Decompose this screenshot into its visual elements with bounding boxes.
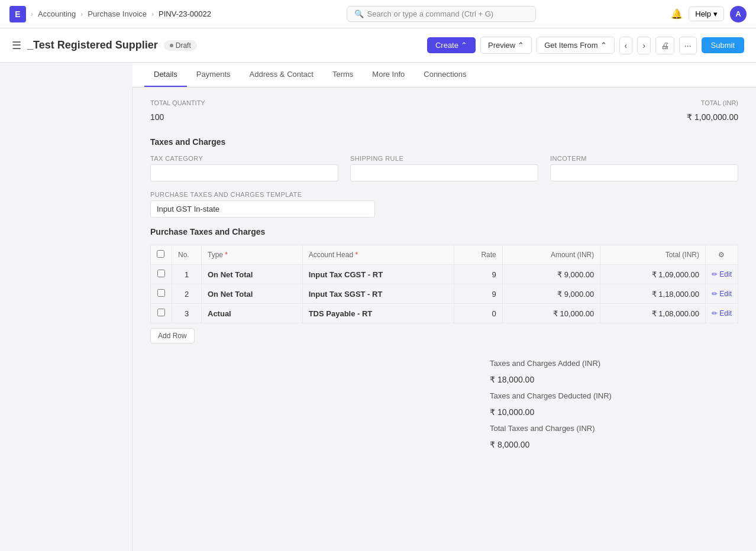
row-type-1: On Net Total (202, 265, 303, 284)
taxes-section: Taxes and Charges Tax Category Shipping … (150, 137, 738, 453)
total-quantity-box: Total Quantity 100 (150, 99, 205, 125)
taxes-deducted-value: ₹ 10,000.00 (490, 407, 534, 417)
template-input[interactable] (150, 200, 375, 218)
row-checkbox-2[interactable] (157, 289, 165, 297)
row-checkbox-1[interactable] (157, 270, 165, 277)
preview-button[interactable]: Preview ⌃ (480, 37, 532, 54)
tab-details[interactable]: Details (144, 63, 187, 87)
tab-address-contact[interactable]: Address & Contact (240, 63, 323, 87)
more-options-button[interactable]: ··· (679, 37, 697, 54)
row-amount-2: ₹ 9,000.00 (502, 284, 600, 304)
create-label: Create (435, 41, 458, 50)
breadcrumb-sep-1: › (31, 10, 33, 18)
col-no: No. (172, 245, 202, 265)
row-no-1: 1 (172, 265, 202, 284)
row-account-head-2: Input Tax SGST - RT (302, 284, 454, 304)
total-quantity-label: Total Quantity (150, 99, 205, 106)
notification-icon[interactable]: 🔔 (671, 8, 683, 20)
edit-icon-2[interactable]: ✏ Edit (712, 290, 732, 298)
taxes-deducted-value-row: ₹ 10,000.00 (490, 404, 738, 420)
hamburger-icon[interactable]: ☰ (12, 39, 21, 52)
edit-icon-1[interactable]: ✏ Edit (712, 270, 732, 278)
summary-block: Taxes and Charges Added (INR) ₹ 18,000.0… (150, 355, 738, 453)
help-button[interactable]: Help ▾ (689, 7, 724, 21)
col-type: Type * (202, 245, 303, 265)
total-taxes-label: Total Taxes and Charges (INR) (490, 424, 595, 433)
submit-button[interactable]: Submit (702, 37, 744, 53)
search-icon: 🔍 (354, 9, 364, 18)
next-button[interactable]: › (637, 37, 651, 54)
col-settings[interactable]: ⚙ (705, 245, 738, 265)
breadcrumb-sep-3: › (151, 10, 154, 18)
row-rate-1: 9 (454, 265, 502, 284)
taxes-added-value-row: ₹ 18,000.00 (490, 371, 738, 388)
breadcrumb-current: PINV-23-00022 (159, 9, 211, 18)
status-text: Draft (176, 41, 191, 50)
row-rate-3: 0 (454, 304, 502, 323)
row-type-2: On Net Total (202, 284, 303, 304)
shipping-rule-field: Shipping Rule (350, 155, 538, 181)
tax-fields-row: Tax Category Shipping Rule Incoterm (150, 155, 738, 181)
row-checkbox-3[interactable] (157, 309, 165, 316)
breadcrumb-purchase-invoice[interactable]: Purchase Invoice (88, 9, 147, 18)
row-account-head-3: TDS Payable - RT (302, 304, 454, 323)
row-total-1: ₹ 1,09,000.00 (600, 265, 706, 284)
sidebar (0, 87, 133, 551)
tab-terms[interactable]: Terms (323, 63, 363, 87)
shipping-rule-input[interactable] (350, 164, 538, 181)
doc-header-right: Create ⌃ Preview ⌃ Get Items From ⌃ ‹ › … (427, 37, 744, 54)
doc-header: ☰ _Test Registered Supplier Draft Create… (0, 28, 756, 63)
row-no-3: 3 (172, 304, 202, 323)
avatar[interactable]: A (730, 6, 747, 22)
prev-button[interactable]: ‹ (619, 37, 633, 54)
create-chevron-icon: ⌃ (461, 41, 467, 50)
preview-chevron-icon: ⌃ (518, 41, 524, 50)
create-button[interactable]: Create ⌃ (427, 37, 476, 53)
row-total-2: ₹ 1,18,000.00 (600, 284, 706, 304)
tab-payments[interactable]: Payments (187, 63, 240, 87)
row-total-3: ₹ 1,08,000.00 (600, 304, 706, 323)
app-logo[interactable]: E (9, 6, 26, 22)
row-edit-1[interactable]: ✏ Edit (705, 265, 738, 284)
taxes-added-row: Taxes and Charges Added (INR) (490, 355, 738, 371)
total-taxes-label-row: Total Taxes and Charges (INR) (490, 420, 738, 436)
status-badge: Draft (164, 40, 197, 51)
print-button[interactable]: 🖨 (655, 37, 674, 54)
tab-connections[interactable]: Connections (414, 63, 476, 87)
col-rate: Rate (454, 245, 502, 265)
taxes-deducted-label-row: Taxes and Charges Deducted (INR) (490, 388, 738, 404)
get-items-label: Get Items From (544, 41, 597, 50)
taxes-added-label: Taxes and Charges Added (INR) (490, 359, 600, 368)
total-inr-value: ₹ 1,00,000.00 (687, 109, 738, 125)
total-quantity-value: 100 (150, 109, 205, 125)
navbar: E › Accounting › Purchase Invoice › PINV… (0, 0, 756, 28)
select-all-checkbox[interactable] (157, 250, 164, 258)
search-placeholder: Search or type a command (Ctrl + G) (367, 9, 494, 18)
edit-icon-3[interactable]: ✏ Edit (712, 309, 732, 317)
tax-category-input[interactable] (150, 164, 338, 181)
total-taxes-value-row: ₹ 8,000.00 (490, 436, 738, 453)
breadcrumb-sep-2: › (80, 10, 83, 18)
taxes-title: Taxes and Charges (150, 137, 738, 147)
row-edit-2[interactable]: ✏ Edit (705, 284, 738, 304)
tab-more-info[interactable]: More Info (363, 63, 414, 87)
total-taxes-value: ₹ 8,000.00 (490, 440, 529, 449)
add-row-button[interactable]: Add Row (150, 328, 195, 343)
search-bar[interactable]: 🔍 Search or type a command (Ctrl + G) (347, 6, 536, 22)
help-label: Help (695, 9, 711, 18)
get-items-chevron-icon: ⌃ (600, 41, 607, 50)
layout: Total Quantity 100 Total (INR) ₹ 1,00,00… (0, 87, 756, 551)
breadcrumb-accounting[interactable]: Accounting (38, 9, 76, 18)
col-checkbox (151, 245, 172, 265)
summary-table: Taxes and Charges Added (INR) ₹ 18,000.0… (490, 355, 738, 453)
get-items-button[interactable]: Get Items From ⌃ (537, 37, 614, 54)
tax-category-label: Tax Category (150, 155, 338, 162)
row-amount-3: ₹ 10,000.00 (502, 304, 600, 323)
status-dot (170, 44, 173, 47)
row-edit-3[interactable]: ✏ Edit (705, 304, 738, 323)
taxes-table: No. Type * Account Head * Rate Amount (I… (150, 245, 738, 323)
incoterm-input[interactable] (550, 164, 738, 181)
incoterm-label: Incoterm (550, 155, 738, 162)
template-field: Purchase Taxes and Charges Template (150, 191, 375, 218)
main-content: Total Quantity 100 Total (INR) ₹ 1,00,00… (133, 87, 756, 551)
